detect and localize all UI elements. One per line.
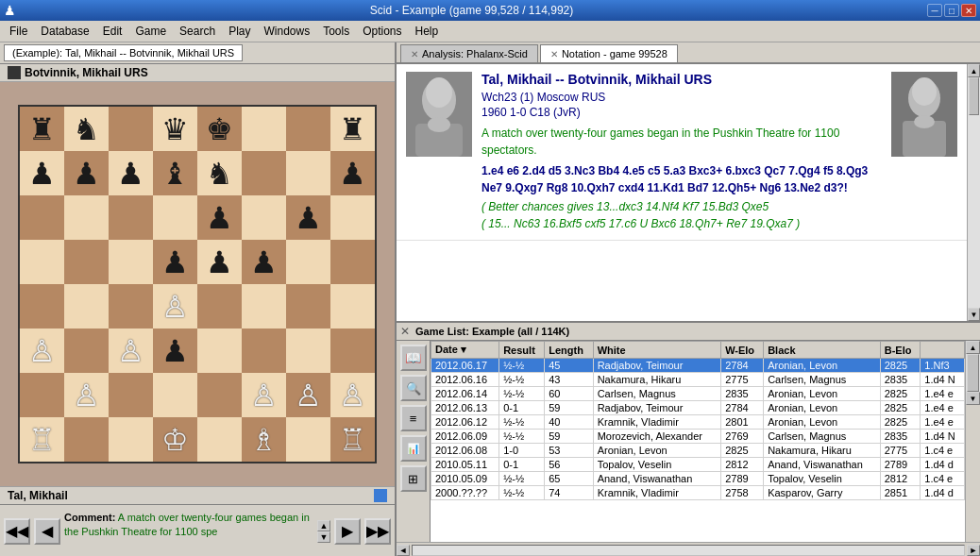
cell-d2[interactable]: [153, 373, 197, 417]
cell-f7[interactable]: [242, 151, 286, 195]
menu-file[interactable]: File: [4, 23, 33, 40]
close-button[interactable]: ✕: [961, 4, 976, 17]
cell-c8[interactable]: [109, 107, 153, 151]
col-belo[interactable]: B-Elo: [880, 342, 921, 359]
cell-g6[interactable]: ♟: [286, 195, 330, 240]
cell-h6[interactable]: [330, 195, 375, 240]
cell-b4[interactable]: [64, 284, 109, 329]
cell-f1[interactable]: ♗: [242, 417, 286, 462]
nav-last-button[interactable]: ▶▶: [364, 518, 391, 545]
table-row[interactable]: 2012.06.17½-½45Radjabov, Teimour2784Aron…: [431, 359, 965, 373]
col-white[interactable]: White: [593, 342, 721, 359]
nav-first-button[interactable]: ◀◀: [4, 518, 30, 545]
col-moves[interactable]: [921, 342, 965, 359]
minimize-button[interactable]: ─: [927, 4, 942, 17]
cell-h4[interactable]: [330, 284, 375, 329]
scroll-track[interactable]: [968, 77, 980, 308]
menu-tools[interactable]: Tools: [317, 23, 355, 40]
cell-h1[interactable]: ♖: [330, 417, 375, 462]
cell-h5[interactable]: [330, 240, 375, 284]
menu-help[interactable]: Help: [410, 23, 445, 40]
nav-scroll-up[interactable]: ▲: [317, 520, 330, 531]
close-notation-icon[interactable]: ✕: [550, 49, 558, 59]
gl-table-container[interactable]: Date ▾ Result Length White W-Elo Black B…: [431, 341, 965, 542]
cell-d8[interactable]: ♛: [153, 107, 197, 151]
table-row[interactable]: 2012.06.130-159Radjabov, Teimour2784Aron…: [431, 401, 965, 415]
cell-e8[interactable]: ♚: [197, 107, 242, 151]
cell-b7[interactable]: ♟: [64, 151, 109, 195]
gl-horizontal-scrollbar[interactable]: ◄ ►: [397, 542, 980, 556]
menu-game[interactable]: Game: [129, 23, 172, 40]
cell-a1[interactable]: ♖: [20, 417, 64, 462]
cell-a8[interactable]: ♜: [20, 107, 64, 151]
cell-c7[interactable]: ♟: [109, 151, 153, 195]
col-result[interactable]: Result: [499, 342, 545, 359]
table-row[interactable]: 2012.06.081-053Aronian, Levon2825Nakamur…: [431, 444, 965, 458]
cell-g7[interactable]: [286, 151, 330, 195]
cell-e6[interactable]: ♟: [197, 195, 242, 240]
menu-windows[interactable]: Windows: [258, 23, 315, 40]
table-row[interactable]: 2012.06.14½-½60Carlsen, Magnus2835Aronia…: [431, 387, 965, 401]
gl-scroll-thumb[interactable]: [967, 354, 979, 392]
cell-b3[interactable]: [64, 329, 109, 373]
cell-d5[interactable]: ♟: [153, 240, 197, 284]
cell-b8[interactable]: ♞: [64, 107, 109, 151]
gl-chart-button[interactable]: 📊: [400, 435, 427, 462]
cell-a2[interactable]: [20, 373, 64, 417]
cell-e3[interactable]: [197, 329, 242, 373]
hscroll-left-button[interactable]: ◄: [397, 545, 410, 556]
cell-d7[interactable]: ♝: [153, 151, 197, 195]
gl-scroll-down[interactable]: ▼: [966, 392, 980, 405]
tab-analysis[interactable]: ✕ Analysis: Phalanx-Scid: [400, 44, 538, 62]
chess-board[interactable]: ♜ ♞ ♛ ♚ ♜ ♟ ♟ ♟ ♝ ♞ ♟: [18, 105, 377, 463]
table-row[interactable]: 2012.06.12½-½40Kramnik, Vladimir2801Aron…: [431, 415, 965, 430]
cell-d1[interactable]: ♔: [153, 417, 197, 462]
gl-close-icon[interactable]: ✕: [400, 325, 410, 338]
cell-c5[interactable]: [109, 240, 153, 284]
cell-e5[interactable]: ♟: [197, 240, 242, 284]
gl-list-button[interactable]: ≡: [400, 405, 427, 431]
cell-c6[interactable]: [109, 195, 153, 240]
gl-zoom-button[interactable]: 🔍: [400, 375, 427, 401]
cell-h2[interactable]: ♙: [330, 373, 375, 417]
table-row[interactable]: 2010.05.09½-½65Anand, Viswanathan2789Top…: [431, 472, 965, 486]
scroll-up-button[interactable]: ▲: [968, 64, 980, 77]
scroll-thumb[interactable]: [969, 77, 979, 115]
gl-board-button[interactable]: ⊞: [400, 465, 427, 492]
cell-b5[interactable]: [64, 240, 109, 284]
gl-scroll-track[interactable]: [966, 354, 980, 392]
menu-play[interactable]: Play: [223, 23, 256, 40]
maximize-button[interactable]: □: [944, 4, 959, 17]
cell-g3[interactable]: [286, 329, 330, 373]
moves-text[interactable]: 1.e4 e6 2.d4 d5 3.Nc3 Bb4 4.e5 c5 5.a3 B…: [482, 162, 882, 196]
gl-book-button[interactable]: 📖: [400, 345, 427, 371]
col-length[interactable]: Length: [545, 342, 593, 359]
cell-c4[interactable]: [109, 284, 153, 329]
table-row[interactable]: 2010.05.110-156Topalov, Veselin2812Anand…: [431, 458, 965, 472]
cell-c3[interactable]: ♙: [109, 329, 153, 373]
cell-a4[interactable]: [20, 284, 64, 329]
cell-d6[interactable]: [153, 195, 197, 240]
tab-notation[interactable]: ✕ Notation - game 99528: [540, 44, 678, 62]
cell-g4[interactable]: [286, 284, 330, 329]
cell-g5[interactable]: [286, 240, 330, 284]
nav-scroll-down[interactable]: ▼: [317, 531, 330, 543]
cell-f4[interactable]: [242, 284, 286, 329]
col-date[interactable]: Date ▾: [431, 342, 499, 359]
cell-f6[interactable]: [242, 195, 286, 240]
cell-e7[interactable]: ♞: [197, 151, 242, 195]
hscroll-track[interactable]: [412, 545, 965, 556]
cell-e2[interactable]: [197, 373, 242, 417]
cell-a3[interactable]: ♙: [20, 329, 64, 373]
cell-d4[interactable]: ♙: [153, 284, 197, 329]
cell-g2[interactable]: ♙: [286, 373, 330, 417]
table-row[interactable]: 2012.06.16½-½43Nakamura, Hikaru2775Carls…: [431, 373, 965, 387]
cell-a5[interactable]: [20, 240, 64, 284]
cell-b6[interactable]: [64, 195, 109, 240]
table-row[interactable]: 2012.06.09½-½59Morozevich, Alexander2769…: [431, 430, 965, 444]
cell-h3[interactable]: [330, 329, 375, 373]
cell-h7[interactable]: ♟: [330, 151, 375, 195]
col-welo[interactable]: W-Elo: [721, 342, 764, 359]
menu-search[interactable]: Search: [174, 23, 221, 40]
cell-e1[interactable]: [197, 417, 242, 462]
